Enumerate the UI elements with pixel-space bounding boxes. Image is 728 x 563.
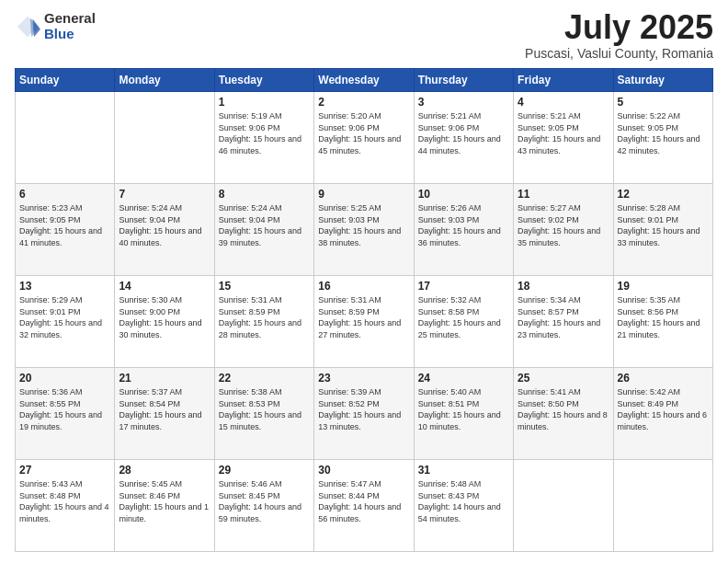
calendar-cell [514, 460, 613, 552]
day-info: Sunrise: 5:31 AM Sunset: 8:59 PM Dayligh… [219, 294, 310, 340]
calendar-cell: 2Sunrise: 5:20 AM Sunset: 9:06 PM Daylig… [314, 92, 414, 184]
logo-text: General Blue [44, 11, 96, 41]
day-number: 31 [418, 464, 509, 477]
calendar-week-1: 1Sunrise: 5:19 AM Sunset: 9:06 PM Daylig… [16, 92, 713, 184]
day-number: 3 [418, 96, 509, 109]
day-number: 20 [19, 372, 110, 385]
calendar-cell: 26Sunrise: 5:42 AM Sunset: 8:49 PM Dayli… [613, 368, 712, 460]
calendar-cell: 23Sunrise: 5:39 AM Sunset: 8:52 PM Dayli… [314, 368, 414, 460]
day-info: Sunrise: 5:31 AM Sunset: 8:59 PM Dayligh… [318, 294, 409, 340]
day-info: Sunrise: 5:20 AM Sunset: 9:06 PM Dayligh… [318, 110, 409, 156]
day-number: 29 [219, 464, 310, 477]
logo: General Blue [15, 11, 96, 41]
col-friday: Friday [514, 69, 613, 92]
day-number: 15 [219, 280, 310, 293]
calendar-cell: 7Sunrise: 5:24 AM Sunset: 9:04 PM Daylig… [115, 184, 214, 276]
day-number: 17 [418, 280, 509, 293]
day-info: Sunrise: 5:46 AM Sunset: 8:45 PM Dayligh… [219, 478, 310, 524]
title-block: July 2025 Puscasi, Vaslui County, Romani… [525, 11, 713, 61]
calendar-cell: 8Sunrise: 5:24 AM Sunset: 9:04 PM Daylig… [214, 184, 313, 276]
day-info: Sunrise: 5:40 AM Sunset: 8:51 PM Dayligh… [418, 386, 509, 432]
calendar-cell: 4Sunrise: 5:21 AM Sunset: 9:05 PM Daylig… [514, 92, 613, 184]
calendar-cell: 15Sunrise: 5:31 AM Sunset: 8:59 PM Dayli… [214, 276, 313, 368]
calendar-cell: 31Sunrise: 5:48 AM Sunset: 8:43 PM Dayli… [414, 460, 513, 552]
day-number: 23 [318, 372, 409, 385]
day-info: Sunrise: 5:41 AM Sunset: 8:50 PM Dayligh… [518, 386, 609, 432]
calendar-cell [16, 92, 115, 184]
calendar-cell: 18Sunrise: 5:34 AM Sunset: 8:57 PM Dayli… [514, 276, 613, 368]
calendar-cell: 14Sunrise: 5:30 AM Sunset: 9:00 PM Dayli… [115, 276, 214, 368]
day-number: 19 [618, 280, 709, 293]
day-info: Sunrise: 5:37 AM Sunset: 8:54 PM Dayligh… [119, 386, 210, 432]
day-info: Sunrise: 5:27 AM Sunset: 9:02 PM Dayligh… [518, 202, 609, 248]
col-sunday: Sunday [16, 69, 115, 92]
calendar-cell: 6Sunrise: 5:23 AM Sunset: 9:05 PM Daylig… [16, 184, 115, 276]
day-info: Sunrise: 5:29 AM Sunset: 9:01 PM Dayligh… [19, 294, 110, 340]
day-number: 11 [518, 188, 609, 201]
day-info: Sunrise: 5:35 AM Sunset: 8:56 PM Dayligh… [618, 294, 709, 340]
calendar-cell: 5Sunrise: 5:22 AM Sunset: 9:05 PM Daylig… [613, 92, 712, 184]
day-info: Sunrise: 5:24 AM Sunset: 9:04 PM Dayligh… [119, 202, 210, 248]
day-info: Sunrise: 5:38 AM Sunset: 8:53 PM Dayligh… [219, 386, 310, 432]
title-location: Puscasi, Vaslui County, Romania [525, 46, 713, 61]
calendar-cell: 27Sunrise: 5:43 AM Sunset: 8:48 PM Dayli… [16, 460, 115, 552]
calendar-cell: 12Sunrise: 5:28 AM Sunset: 9:01 PM Dayli… [613, 184, 712, 276]
calendar-week-4: 20Sunrise: 5:36 AM Sunset: 8:55 PM Dayli… [16, 368, 713, 460]
calendar-header-row: Sunday Monday Tuesday Wednesday Thursday… [16, 69, 713, 92]
logo-blue-text: Blue [44, 27, 96, 42]
day-info: Sunrise: 5:36 AM Sunset: 8:55 PM Dayligh… [19, 386, 110, 432]
calendar-cell: 30Sunrise: 5:47 AM Sunset: 8:44 PM Dayli… [314, 460, 414, 552]
day-info: Sunrise: 5:47 AM Sunset: 8:44 PM Dayligh… [318, 478, 409, 524]
logo-icon [15, 14, 40, 40]
day-number: 1 [219, 96, 310, 109]
calendar-cell: 19Sunrise: 5:35 AM Sunset: 8:56 PM Dayli… [613, 276, 712, 368]
day-number: 26 [618, 372, 709, 385]
day-number: 27 [19, 464, 110, 477]
calendar-cell [115, 92, 214, 184]
day-info: Sunrise: 5:23 AM Sunset: 9:05 PM Dayligh… [19, 202, 110, 248]
col-saturday: Saturday [613, 69, 712, 92]
day-number: 8 [219, 188, 310, 201]
day-number: 22 [219, 372, 310, 385]
day-number: 10 [418, 188, 509, 201]
col-tuesday: Tuesday [214, 69, 313, 92]
svg-marker-2 [33, 18, 40, 37]
day-number: 28 [119, 464, 210, 477]
page: General Blue July 2025 Puscasi, Vaslui C… [0, 0, 728, 563]
day-number: 12 [618, 188, 709, 201]
day-number: 14 [119, 280, 210, 293]
calendar-cell: 20Sunrise: 5:36 AM Sunset: 8:55 PM Dayli… [16, 368, 115, 460]
day-number: 18 [518, 280, 609, 293]
col-monday: Monday [115, 69, 214, 92]
day-info: Sunrise: 5:19 AM Sunset: 9:06 PM Dayligh… [219, 110, 310, 156]
day-number: 7 [119, 188, 210, 201]
calendar-cell: 29Sunrise: 5:46 AM Sunset: 8:45 PM Dayli… [214, 460, 313, 552]
title-month: July 2025 [525, 11, 713, 44]
day-number: 5 [618, 96, 709, 109]
day-info: Sunrise: 5:21 AM Sunset: 9:05 PM Dayligh… [518, 110, 609, 156]
day-number: 21 [119, 372, 210, 385]
calendar-cell: 1Sunrise: 5:19 AM Sunset: 9:06 PM Daylig… [214, 92, 313, 184]
calendar-cell: 22Sunrise: 5:38 AM Sunset: 8:53 PM Dayli… [214, 368, 313, 460]
day-number: 9 [318, 188, 409, 201]
calendar-cell: 17Sunrise: 5:32 AM Sunset: 8:58 PM Dayli… [414, 276, 513, 368]
header: General Blue July 2025 Puscasi, Vaslui C… [15, 11, 713, 61]
day-info: Sunrise: 5:45 AM Sunset: 8:46 PM Dayligh… [119, 478, 210, 524]
calendar-cell: 21Sunrise: 5:37 AM Sunset: 8:54 PM Dayli… [115, 368, 214, 460]
day-number: 13 [19, 280, 110, 293]
calendar-cell: 24Sunrise: 5:40 AM Sunset: 8:51 PM Dayli… [414, 368, 513, 460]
col-thursday: Thursday [414, 69, 513, 92]
day-number: 24 [418, 372, 509, 385]
calendar-cell: 28Sunrise: 5:45 AM Sunset: 8:46 PM Dayli… [115, 460, 214, 552]
day-info: Sunrise: 5:48 AM Sunset: 8:43 PM Dayligh… [418, 478, 509, 524]
day-number: 2 [318, 96, 409, 109]
day-info: Sunrise: 5:43 AM Sunset: 8:48 PM Dayligh… [19, 478, 110, 524]
day-info: Sunrise: 5:34 AM Sunset: 8:57 PM Dayligh… [518, 294, 609, 340]
calendar-week-5: 27Sunrise: 5:43 AM Sunset: 8:48 PM Dayli… [16, 460, 713, 552]
day-info: Sunrise: 5:24 AM Sunset: 9:04 PM Dayligh… [219, 202, 310, 248]
calendar-table: Sunday Monday Tuesday Wednesday Thursday… [15, 68, 713, 552]
day-number: 4 [518, 96, 609, 109]
day-info: Sunrise: 5:42 AM Sunset: 8:49 PM Dayligh… [618, 386, 709, 432]
day-info: Sunrise: 5:22 AM Sunset: 9:05 PM Dayligh… [618, 110, 709, 156]
day-info: Sunrise: 5:25 AM Sunset: 9:03 PM Dayligh… [318, 202, 409, 248]
